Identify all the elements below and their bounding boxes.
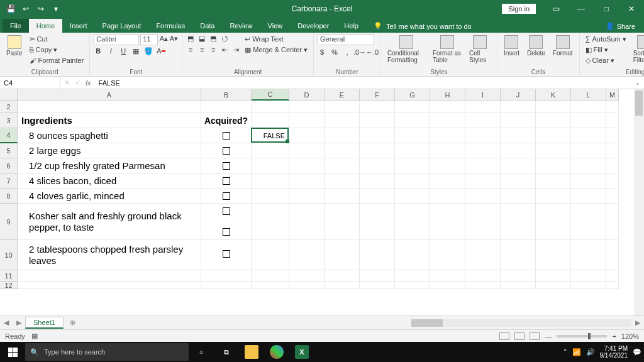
cell-K12[interactable] [536, 282, 571, 289]
cell-J8[interactable] [501, 189, 536, 204]
cell-F11[interactable] [360, 270, 395, 282]
select-all-corner[interactable] [0, 89, 18, 101]
column-header-A[interactable]: A [18, 89, 201, 101]
vertical-scrollbar[interactable] [634, 89, 644, 315]
cell-L9[interactable] [571, 204, 606, 240]
cell-H6[interactable] [430, 158, 465, 173]
cell-I8[interactable] [465, 189, 501, 204]
sort-filter-button[interactable]: Sort & Filter [631, 34, 644, 65]
font-name-select[interactable]: Calibri [94, 34, 139, 45]
cell-styles-button[interactable]: Cell Styles [467, 34, 493, 65]
cell-K7[interactable] [536, 173, 571, 189]
cell-D11[interactable] [289, 270, 325, 282]
cell-L7[interactable] [571, 173, 606, 189]
cell-D3[interactable] [289, 113, 325, 128]
cell-C8[interactable] [252, 189, 289, 204]
cell-H11[interactable] [430, 270, 465, 282]
cell-B3[interactable]: Acquired? [201, 113, 252, 128]
copy-button[interactable]: ⎘Copy ▾ [28, 45, 86, 55]
column-header-L[interactable]: L [571, 89, 606, 101]
fx-icon[interactable]: fx [86, 79, 91, 87]
horizontal-scrollbar[interactable] [411, 319, 631, 327]
cell-M12[interactable] [606, 282, 619, 289]
number-format-select[interactable]: General [318, 34, 374, 45]
fill-button[interactable]: ◧ Fill ▾ [584, 45, 628, 55]
cell-I12[interactable] [465, 282, 501, 289]
row-header-10[interactable]: 10 [0, 240, 18, 270]
cell-L12[interactable] [571, 282, 606, 289]
cell-E2[interactable] [325, 101, 360, 113]
page-break-view-icon[interactable] [530, 332, 540, 340]
cell-C4[interactable]: FALSE [252, 128, 289, 143]
cell-H8[interactable] [430, 189, 465, 204]
checkbox[interactable] [223, 162, 230, 170]
fill-color-button[interactable]: 🪣 [144, 47, 153, 55]
insert-cells-button[interactable]: Insert [501, 34, 522, 58]
align-bottom-icon[interactable]: ⬒ [209, 34, 218, 43]
cell-L4[interactable] [571, 128, 606, 143]
cell-I3[interactable] [465, 113, 501, 128]
cell-A8[interactable]: 4 cloves garlic, minced [18, 189, 201, 204]
cell-G10[interactable] [395, 240, 430, 270]
cell-G8[interactable] [395, 189, 430, 204]
column-header-C[interactable]: C [252, 89, 289, 101]
cell-M8[interactable] [606, 189, 619, 204]
checkbox[interactable] [223, 132, 230, 140]
wrap-text-button[interactable]: ↩Wrap Text [243, 34, 309, 44]
row-header-4[interactable]: 4 [0, 128, 18, 143]
cell-L3[interactable] [571, 113, 606, 128]
notifications-icon[interactable]: 💬 [633, 348, 641, 356]
cell-B11[interactable] [201, 270, 252, 282]
decrease-indent-icon[interactable]: ⇤ [220, 45, 229, 54]
orientation-icon[interactable]: ⭯ [220, 34, 229, 43]
cell-I7[interactable] [465, 173, 501, 189]
font-color-button[interactable]: A [157, 47, 165, 55]
taskbar-search[interactable]: 🔍Type here to search [25, 343, 189, 361]
cell-D8[interactable] [289, 189, 325, 204]
cell-J7[interactable] [501, 173, 536, 189]
cell-J4[interactable] [501, 128, 536, 143]
cell-B7[interactable] [201, 173, 252, 189]
cell-A4[interactable]: 8 ounces spaghetti [18, 128, 201, 143]
cell-E7[interactable] [325, 173, 360, 189]
checkbox[interactable] [223, 228, 230, 236]
cell-C6[interactable] [252, 158, 289, 173]
tab-file[interactable]: File [3, 19, 29, 33]
cell-G3[interactable] [395, 113, 430, 128]
cell-B8[interactable] [201, 189, 252, 204]
cell-G5[interactable] [395, 143, 430, 158]
column-header-D[interactable]: D [289, 89, 325, 101]
cell-G11[interactable] [395, 270, 430, 282]
cell-B12[interactable] [201, 282, 252, 289]
paste-button[interactable]: Paste [4, 34, 25, 58]
cell-E3[interactable] [325, 113, 360, 128]
underline-button[interactable]: U [119, 47, 128, 55]
cell-J2[interactable] [501, 101, 536, 113]
cell-I4[interactable] [465, 128, 501, 143]
cell-D5[interactable] [289, 143, 325, 158]
zoom-in-button[interactable]: + [612, 332, 616, 340]
percent-format-icon[interactable]: % [330, 48, 339, 57]
increase-decimal-icon[interactable]: .0→ [355, 48, 364, 57]
cell-C3[interactable] [252, 113, 289, 128]
format-as-table-button[interactable]: Format as Table [430, 34, 464, 65]
row-header-9[interactable]: 9 [0, 204, 18, 240]
cell-F12[interactable] [360, 282, 395, 289]
cell-G4[interactable] [395, 128, 430, 143]
taskbar-app-explorer[interactable] [239, 342, 264, 362]
align-left-icon[interactable]: ≡ [186, 45, 195, 54]
cell-G6[interactable] [395, 158, 430, 173]
cell-K5[interactable] [536, 143, 571, 158]
cell-D12[interactable] [289, 282, 325, 289]
column-header-M[interactable]: M [606, 89, 619, 101]
redo-icon[interactable]: ↪ [35, 3, 47, 14]
column-header-F[interactable]: F [360, 89, 395, 101]
cell-L6[interactable] [571, 158, 606, 173]
format-painter-button[interactable]: 🖌Format Painter [28, 55, 86, 65]
cell-A2[interactable] [18, 101, 201, 113]
cell-K2[interactable] [536, 101, 571, 113]
cell-A7[interactable]: 4 slices bacon, diced [18, 173, 201, 189]
cell-C5[interactable] [252, 143, 289, 158]
borders-button[interactable]: ▦ [131, 47, 140, 55]
cell-E5[interactable] [325, 143, 360, 158]
